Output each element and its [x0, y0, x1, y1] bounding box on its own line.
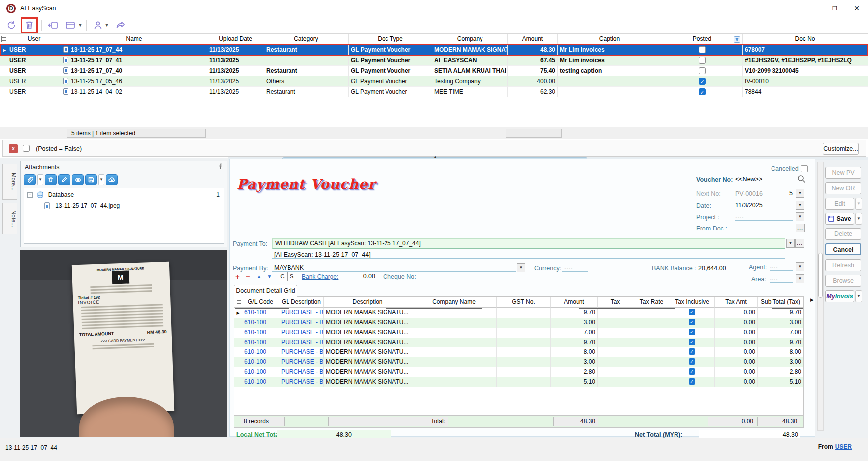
column-header-company-name[interactable]: Company Name	[411, 297, 497, 308]
table-row[interactable]: ► USER 13-11-25 17_05_46 11/13/2025 Othe…	[0, 76, 868, 87]
next-no-dropdown-icon[interactable]: ▼	[796, 189, 804, 198]
cell-gl-code[interactable]: 610-100	[242, 328, 279, 338]
column-header-gl-code[interactable]: G/L Code	[242, 297, 279, 308]
detail-row[interactable]: ▶ 610-100 PURCHASE - B... MODERN MAMAK S…	[234, 347, 803, 357]
table-row[interactable]: ► USER 13-11-25 17_07_44 11/13/2025 Rest…	[0, 45, 868, 55]
receipt-photo-preview[interactable]: MODERN MAMAK SIGNATURE M Ticket # 192 IN…	[20, 250, 227, 437]
cancel-button[interactable]: Cancel	[825, 243, 861, 255]
column-header-amount[interactable]: Amount	[508, 34, 558, 45]
payment-to-browse-icon[interactable]: ...	[795, 239, 804, 248]
cell-gl-code[interactable]: 610-100	[242, 347, 279, 357]
new-pv-button[interactable]: New PV	[825, 167, 861, 179]
column-header-tax[interactable]: Tax	[598, 297, 633, 308]
tree-node-file[interactable]: 13-11-25 17_07_44.jpeg	[44, 202, 120, 209]
user-caret-icon[interactable]: ▼	[104, 19, 110, 32]
detail-row[interactable]: ▶ 610-100 PURCHASE - B... MODERN MAMAK S…	[234, 357, 803, 367]
cell-gl-description[interactable]: PURCHASE - B...	[279, 377, 324, 387]
posted-checkbox[interactable]	[699, 46, 706, 53]
agent-value[interactable]: ----	[770, 263, 793, 271]
payment-by-field[interactable]: MAYBANK	[272, 264, 516, 272]
cell-gl-code[interactable]: 610-100	[242, 357, 279, 367]
cheque-no-field[interactable]	[418, 273, 497, 273]
column-header-gl-description[interactable]: GL Description	[279, 297, 324, 308]
table-row[interactable]: ► USER 13-11-25 17_07_41 11/13/2025 GL P…	[0, 55, 868, 66]
detail-row[interactable]: ▶ 610-100 PURCHASE - B... MODERN MAMAK S…	[234, 318, 803, 328]
date-dropdown-icon[interactable]: ▼	[796, 201, 804, 210]
customize-button[interactable]: Customize...	[823, 143, 859, 155]
payment-by-dropdown-icon[interactable]: ▼	[517, 263, 525, 272]
agent-dropdown-icon[interactable]: ▼	[796, 262, 804, 271]
cell-gl-code[interactable]: 610-100	[242, 318, 279, 328]
search-voucher-icon[interactable]	[797, 174, 806, 185]
detail-row[interactable]: ▶ 610-100 PURCHASE - B... MODERN MAMAK S…	[234, 367, 803, 377]
corner-selector-icon[interactable]	[0, 34, 7, 45]
column-header-posted[interactable]: Posted	[662, 34, 743, 45]
tax-inclusive-checkbox[interactable]	[689, 348, 695, 355]
browse-button[interactable]: Browse	[825, 275, 861, 287]
filter-enabled-checkbox[interactable]	[23, 145, 30, 152]
save-button[interactable]: Save	[825, 213, 854, 225]
table-row[interactable]: ► USER 13-11-25 17_07_40 11/13/2025 Rest…	[0, 66, 868, 76]
column-header-caption[interactable]: Caption	[558, 34, 662, 45]
delete-button[interactable]: Delete	[825, 228, 861, 240]
cell-gl-description[interactable]: PURCHASE - B...	[279, 347, 324, 357]
project-value[interactable]: ----	[735, 213, 793, 221]
detail-row[interactable]: ▶ 610-100 PURCHASE - B... MODERN MAMAK S…	[234, 328, 803, 338]
currency-value[interactable]: ----	[562, 264, 588, 272]
table-row[interactable]: ► USER 13-11-25 14_04_02 11/13/2025 Rest…	[0, 87, 868, 97]
detail-row[interactable]: ▶ 610-100 PURCHASE - B... MODERN MAMAK S…	[234, 377, 803, 387]
copy-button[interactable]: C	[278, 272, 287, 281]
column-header-doc-no[interactable]: Doc No	[743, 34, 868, 45]
column-header-upload-date[interactable]: Upload Date	[207, 34, 264, 45]
refresh-button[interactable]: Refresh	[825, 259, 861, 271]
form-vertical-scrollbar[interactable]	[817, 162, 824, 431]
close-button[interactable]: ✕	[846, 0, 868, 16]
column-header-tax-amt[interactable]: Tax Amt	[715, 297, 758, 308]
grid-scroll-right-icon[interactable]: ▶	[810, 297, 814, 302]
column-header-name[interactable]: Name	[61, 34, 207, 45]
edit-button[interactable]: Edit	[825, 198, 854, 210]
filter-expression[interactable]: (Posted = False)	[36, 145, 82, 152]
tax-inclusive-checkbox[interactable]	[689, 309, 695, 315]
attach-caret-icon[interactable]: ▼	[37, 174, 43, 185]
cell-gl-description[interactable]: PURCHASE - B...	[279, 318, 324, 328]
filter-icon[interactable]	[734, 36, 740, 45]
remove-row-icon[interactable]: −	[243, 272, 253, 281]
edit-caret-icon[interactable]: ▼	[855, 198, 862, 210]
save-attachment-caret-icon[interactable]: ▼	[98, 174, 104, 185]
save-caret-icon[interactable]: ▼	[855, 213, 862, 225]
tab-note[interactable]: Note...	[2, 203, 17, 234]
pin-icon[interactable]	[217, 163, 224, 171]
column-header-description[interactable]: Description	[324, 297, 411, 308]
column-header-sub-total[interactable]: Sub Total (Tax)	[758, 297, 803, 308]
column-header-tax-inclusive[interactable]: Tax Inclusive	[670, 297, 715, 308]
remove-filter-button[interactable]: x	[9, 144, 18, 153]
delete-icon[interactable]	[22, 19, 36, 32]
bank-charge-value[interactable]: 0.00	[340, 273, 375, 280]
cloud-upload-icon[interactable]	[106, 174, 118, 185]
column-header-company[interactable]: Company	[432, 34, 508, 45]
payment-to-sub-field[interactable]: [AI EasyScan: 13-11-25 17_07_44]	[272, 251, 785, 259]
cancelled-checkbox[interactable]	[801, 165, 808, 172]
from-doc-browse-icon[interactable]: ...	[796, 224, 805, 232]
new-or-button[interactable]: New OR	[825, 182, 861, 194]
column-header-category[interactable]: Category	[264, 34, 349, 45]
date-value[interactable]: 11/3/2025	[735, 202, 793, 209]
cell-gl-code[interactable]: 610-100	[242, 308, 279, 318]
add-row-icon[interactable]: +	[233, 272, 242, 281]
detail-row[interactable]: ▶ 610-100 PURCHASE - B... MODERN MAMAK S…	[234, 308, 803, 318]
cell-gl-description[interactable]: PURCHASE - B...	[279, 308, 324, 318]
posted-checkbox[interactable]	[699, 57, 706, 64]
cell-gl-description[interactable]: PURCHASE - B...	[279, 357, 324, 367]
move-down-icon[interactable]: ▼	[265, 272, 274, 281]
payment-to-field[interactable]: WITHDRAW CASH [AI EasyScan: 13-11-25 17_…	[272, 238, 785, 249]
myinvois-caret-icon[interactable]: ▼	[855, 290, 862, 302]
column-header-amount[interactable]: Amount	[551, 297, 598, 308]
posted-checkbox[interactable]	[699, 88, 706, 95]
tab-more[interactable]: More...	[2, 164, 17, 200]
cell-gl-code[interactable]: 610-100	[242, 377, 279, 387]
column-header-tax-rate[interactable]: Tax Rate	[633, 297, 670, 308]
posted-checkbox[interactable]	[699, 67, 706, 74]
edit-attachment-icon[interactable]	[58, 174, 70, 185]
refresh-icon[interactable]	[4, 19, 18, 32]
